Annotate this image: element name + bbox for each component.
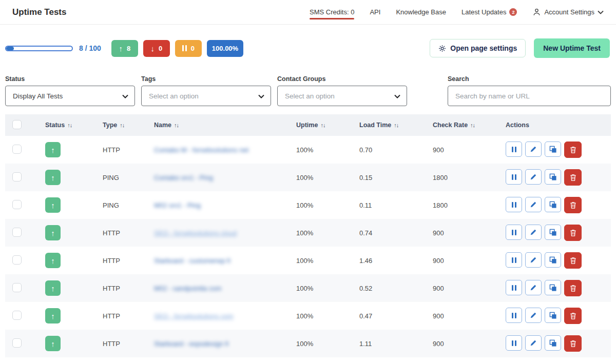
trash-icon — [570, 257, 576, 264]
edit-button[interactable] — [525, 169, 542, 185]
column-header-name[interactable]: Name↑↓ — [147, 122, 289, 129]
chevron-down-icon — [258, 92, 264, 100]
edit-button[interactable] — [525, 280, 542, 295]
edit-button[interactable] — [525, 225, 542, 240]
sort-icon: ↑↓ — [470, 122, 475, 128]
select-all-checkbox[interactable] — [12, 120, 22, 129]
table-row: ↑ HTTP SEO - forsebsolutions com 100% 0.… — [5, 302, 611, 330]
column-header-actions: Actions — [498, 122, 611, 129]
edit-button[interactable] — [525, 252, 542, 268]
delete-button[interactable] — [564, 280, 582, 296]
pause-button[interactable] — [506, 225, 522, 240]
row-checkbox[interactable] — [12, 200, 22, 209]
new-uptime-test-button[interactable]: New Uptime Test — [534, 38, 610, 58]
tags-filter-placeholder: Select an option — [149, 92, 199, 100]
edit-button[interactable] — [525, 141, 542, 157]
open-page-settings-button[interactable]: Open page settings — [430, 39, 526, 57]
row-checkbox[interactable] — [12, 338, 22, 348]
row-name-link[interactable]: Contabo M - forsebsolutions net — [154, 146, 248, 154]
row-checkbox[interactable] — [12, 283, 22, 292]
column-header-check-rate[interactable]: Check Rate↑↓ — [426, 122, 498, 129]
trash-icon — [570, 285, 576, 292]
pause-button[interactable] — [506, 169, 522, 185]
copy-button[interactable] — [545, 225, 561, 240]
column-header-load-time[interactable]: Load Time↑↓ — [352, 122, 426, 129]
row-name-link[interactable]: Contabo srv1 - Ping — [154, 174, 213, 181]
edit-button[interactable] — [525, 335, 542, 351]
delete-button[interactable] — [564, 252, 582, 269]
nav-knowledge-base[interactable]: Knowledge Base — [396, 8, 446, 16]
pause-button[interactable] — [506, 335, 522, 351]
trash-icon — [570, 340, 576, 347]
row-name-link[interactable]: SEO - forsebsolutions cloud — [154, 229, 237, 237]
row-name-link[interactable]: M02 srv1 - Ping — [154, 201, 201, 209]
delete-button[interactable] — [564, 197, 582, 213]
row-name-link[interactable]: Starboard - expodesign fi — [154, 340, 228, 348]
pencil-icon — [530, 229, 537, 236]
copy-button[interactable] — [545, 197, 561, 212]
nav-sms-credits[interactable]: SMS Credits: 0 — [310, 8, 354, 16]
delete-button[interactable] — [564, 141, 582, 158]
row-actions — [498, 197, 611, 213]
contact-groups-filter-select[interactable]: Select an option — [277, 86, 407, 106]
nav-account-settings[interactable]: Account Settings — [532, 8, 604, 16]
row-name-link[interactable]: M02 - sandpointla com — [154, 285, 222, 292]
copy-button[interactable] — [545, 308, 561, 323]
down-arrow-icon: ↓ — [150, 44, 155, 53]
tags-filter-select[interactable]: Select an option — [141, 86, 271, 106]
pause-icon — [182, 45, 187, 51]
row-checkbox[interactable] — [12, 145, 22, 154]
pause-button[interactable] — [506, 252, 522, 268]
pencil-icon — [530, 256, 537, 264]
row-uptime: 100% — [289, 146, 352, 154]
uptime-quota-progress-bar — [5, 46, 73, 51]
copy-button[interactable] — [545, 335, 561, 351]
edit-button[interactable] — [525, 308, 542, 323]
pause-button[interactable] — [506, 197, 522, 212]
copy-button[interactable] — [545, 141, 561, 157]
row-checkbox[interactable] — [12, 172, 22, 181]
search-group: Search — [448, 75, 611, 106]
row-checkbox[interactable] — [12, 228, 22, 237]
table-row: ↑ PING Contabo srv1 - Ping 100% 0.15 180… — [5, 164, 611, 191]
chevron-down-icon — [122, 92, 128, 100]
row-type: PING — [95, 174, 147, 181]
copy-button[interactable] — [545, 280, 561, 295]
delete-button[interactable] — [564, 308, 582, 324]
latest-updates-badge: 2 — [509, 8, 517, 16]
status-filter-label: Status — [5, 75, 135, 83]
delete-button[interactable] — [564, 225, 582, 241]
row-type: HTTP — [95, 257, 147, 265]
stats-summary: 8 / 100 ↑ 8 ↓ 0 0 100.00% — [5, 40, 243, 57]
pause-button[interactable] — [506, 141, 522, 157]
sort-icon: ↑↓ — [394, 122, 398, 128]
row-name-link[interactable]: SEO - forsebsolutions com — [154, 312, 234, 320]
column-header-status[interactable]: Status↑↓ — [38, 122, 95, 129]
row-checkbox[interactable] — [12, 311, 22, 320]
pause-button[interactable] — [506, 280, 522, 295]
status-filter-select[interactable]: Display All Tests — [5, 86, 135, 106]
delete-button[interactable] — [564, 335, 582, 352]
copy-button[interactable] — [545, 169, 561, 185]
column-header-uptime[interactable]: Uptime↑↓ — [289, 122, 352, 129]
search-input[interactable] — [448, 86, 611, 106]
nav-api[interactable]: API — [370, 8, 380, 16]
delete-button[interactable] — [564, 169, 582, 186]
row-load-time: 0.15 — [352, 174, 426, 181]
up-arrow-icon: ↑ — [51, 256, 55, 265]
row-name-link[interactable]: Starboard - customerwp fi — [154, 257, 230, 265]
row-checkbox[interactable] — [12, 255, 22, 265]
pause-icon — [512, 313, 516, 318]
column-header-type[interactable]: Type↑↓ — [95, 122, 147, 129]
copy-button[interactable] — [545, 252, 561, 268]
up-arrow-icon: ↑ — [51, 312, 55, 320]
edit-button[interactable] — [525, 197, 542, 212]
pause-icon — [512, 230, 516, 235]
nav-latest-updates[interactable]: Latest Updates 2 — [461, 8, 517, 16]
up-arrow-icon: ↑ — [51, 229, 55, 237]
contact-groups-filter-label: Contact Groups — [277, 75, 407, 83]
pause-button[interactable] — [506, 308, 522, 323]
row-actions — [498, 169, 611, 186]
trash-icon — [570, 312, 576, 319]
row-uptime: 100% — [289, 174, 352, 181]
